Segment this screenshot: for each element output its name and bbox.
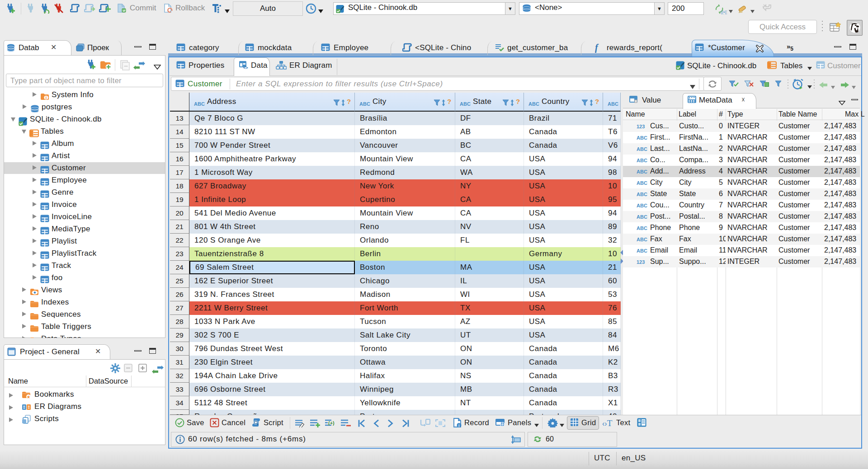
svg-text:ABC: ABC [460, 101, 471, 107]
svg-text:f: f [595, 43, 599, 53]
svg-text:ABC: ABC [608, 101, 618, 107]
svg-text:(+): (+) [328, 420, 335, 426]
svg-text:★: ★ [27, 394, 31, 399]
svg-text:((•)): ((•)) [721, 10, 727, 14]
svg-text:ABC: ABC [359, 101, 370, 107]
svg-text:i: i [46, 95, 47, 100]
svg-text:ABC: ABC [194, 101, 205, 107]
svg-text:ABC: ABC [528, 101, 539, 107]
svg-text:<>: <> [243, 66, 248, 70]
svg-text:i: i [458, 423, 460, 428]
